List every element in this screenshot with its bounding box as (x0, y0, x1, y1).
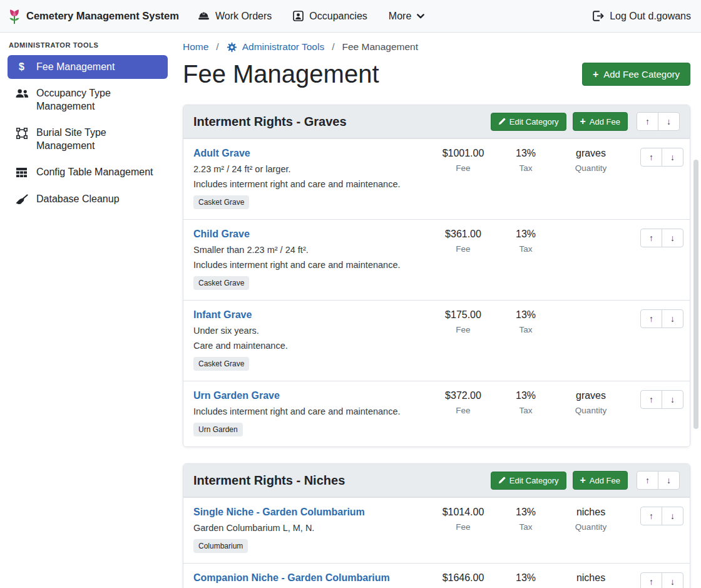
add-fee-category-button[interactable]: + Add Fee Category (582, 63, 690, 86)
breadcrumb-home[interactable]: Home (183, 41, 208, 53)
pencil-icon (498, 118, 506, 125)
move-fee-down-button[interactable]: ↓ (662, 572, 683, 588)
up-arrow-icon: ↑ (645, 475, 650, 485)
fee-name-link[interactable]: Child Grave (193, 229, 250, 240)
fee-row: Urn Garden Grave Includes interment righ… (183, 381, 690, 446)
fee-description: Care and maintenance. (193, 341, 427, 351)
sidebar-item-burial-site-type[interactable]: Burial Site Type Management (8, 121, 168, 158)
fee-description: Smaller than 2.23 m² / 24 ft². (193, 245, 427, 255)
sidebar-item-occupancy-type[interactable]: Occupancy Type Management (8, 81, 168, 118)
fee-description: Includes interment right and care and ma… (193, 260, 427, 270)
fee-tax: 13% Tax (499, 572, 552, 588)
fee-amount: $1001.00 Fee (431, 148, 496, 173)
fee-name-link[interactable]: Urn Garden Grave (193, 390, 280, 401)
move-fee-up-button[interactable]: ↑ (640, 507, 662, 525)
app-title: Cemetery Management System (26, 10, 179, 22)
fee-quantity: graves Quantity (556, 148, 626, 173)
fee-label: Fee (431, 244, 496, 254)
nav-label: More (389, 11, 411, 22)
move-fee-up-button[interactable]: ↑ (640, 390, 662, 409)
breadcrumb-separator: / (332, 41, 334, 53)
move-category-up-button[interactable]: ↑ (637, 471, 658, 490)
move-fee-down-button[interactable]: ↓ (662, 507, 683, 525)
nav-work-orders[interactable]: Work Orders (198, 11, 272, 22)
fee-info: Adult Grave 2.23 m² / 24 ft² or larger. … (193, 148, 427, 209)
move-fee-up-button[interactable]: ↑ (640, 229, 662, 247)
fee-row: Infant Grave Under six years. Care and m… (183, 300, 690, 381)
category-header: Interment Rights - Niches Edit Category … (183, 464, 690, 497)
dollar-icon: $ (15, 62, 28, 72)
users-icon (15, 88, 28, 98)
move-category-down-button[interactable]: ↓ (658, 471, 680, 490)
page-scrollbar[interactable] (693, 160, 698, 429)
edit-category-button[interactable]: Edit Category (491, 113, 566, 131)
move-fee-up-button[interactable]: ↑ (640, 309, 662, 328)
fee-name-link[interactable]: Infant Grave (193, 309, 252, 321)
move-fee-up-button[interactable]: ↑ (640, 572, 662, 588)
fee-value: $372.00 (431, 390, 496, 401)
fee-value: $1014.00 (431, 507, 496, 518)
nav-more[interactable]: More (389, 11, 424, 22)
fee-description: Under six years. (193, 326, 427, 336)
fee-description: Includes interment right and care and ma… (193, 406, 427, 416)
nav-occupancies[interactable]: Occupancies (293, 11, 367, 22)
tax-value: 13% (499, 507, 552, 518)
down-arrow-icon: ↓ (670, 511, 675, 521)
move-category-up-button[interactable]: ↑ (637, 112, 658, 131)
fee-name-link[interactable]: Adult Grave (193, 148, 250, 159)
breadcrumb-current: Fee Management (342, 41, 419, 53)
breadcrumb-separator: / (216, 41, 218, 53)
fee-type-badge: Columbarium (193, 539, 248, 553)
quantity-value: graves (556, 390, 626, 401)
category-reorder: ↑ ↓ (637, 112, 680, 131)
sidebar-heading: ADMINISTRATOR TOOLS (9, 41, 166, 49)
move-fee-down-button[interactable]: ↓ (662, 229, 683, 247)
logout-link[interactable]: Log Out d.gowans (592, 11, 691, 22)
breadcrumb-admin-tools[interactable]: Administrator Tools (227, 41, 325, 53)
quantity-value: niches (556, 572, 626, 584)
fee-label: Fee (431, 163, 496, 173)
main-nav: Work Orders Occupancies More (198, 11, 424, 22)
fee-name-link[interactable]: Single Niche - Garden Columbarium (193, 507, 365, 518)
up-arrow-icon: ↑ (645, 116, 650, 126)
up-arrow-icon: ↑ (649, 314, 653, 324)
tax-value: 13% (499, 572, 552, 584)
quantity-label: Quantity (556, 522, 626, 532)
fee-reorder: ↑ ↓ (640, 572, 683, 588)
hard-hat-icon (198, 11, 210, 21)
move-category-down-button[interactable]: ↓ (658, 112, 680, 131)
fee-info: Companion Niche - Garden Columbarium Gar… (193, 572, 427, 588)
down-arrow-icon: ↓ (667, 116, 671, 126)
plus-icon: + (593, 70, 598, 80)
fee-label: Fee (431, 325, 496, 334)
sidebar-item-config-table[interactable]: Config Table Management (8, 160, 168, 184)
tax-value: 13% (499, 390, 552, 401)
move-fee-down-button[interactable]: ↓ (662, 309, 683, 328)
button-label: Edit Category (509, 117, 559, 126)
fee-name-link[interactable]: Companion Niche - Garden Columbarium (193, 572, 390, 584)
main-content: Home / Administrator Tools / Fee Managem… (175, 33, 701, 588)
fee-info: Urn Garden Grave Includes interment righ… (193, 390, 427, 436)
fee-tax: 13% Tax (499, 507, 552, 532)
fee-value: $361.00 (431, 229, 496, 240)
sidebar-item-database-cleanup[interactable]: Database Cleanup (8, 187, 168, 211)
app-brand[interactable]: Cemetery Management System (8, 8, 179, 24)
fee-description: 2.23 m² / 24 ft² or larger. (193, 164, 427, 174)
sidebar-item-label: Occupancy Type Management (36, 87, 160, 113)
move-fee-up-button[interactable]: ↑ (640, 148, 662, 167)
move-fee-down-button[interactable]: ↓ (662, 148, 683, 167)
down-arrow-icon: ↓ (667, 475, 671, 485)
add-fee-button[interactable]: + Add Fee (573, 471, 628, 490)
button-label: Add Fee (590, 476, 620, 485)
edit-category-button[interactable]: Edit Category (491, 472, 566, 490)
fee-info: Child Grave Smaller than 2.23 m² / 24 ft… (193, 229, 427, 290)
fee-amount: $361.00 Fee (431, 229, 496, 254)
breadcrumb-label: Administrator Tools (242, 41, 325, 53)
sidebar-item-fee-management[interactable]: $ Fee Management (8, 55, 168, 79)
tax-label: Tax (499, 325, 552, 334)
page-title: Fee Management (183, 60, 582, 88)
down-arrow-icon: ↓ (670, 577, 675, 587)
add-fee-button[interactable]: + Add Fee (573, 112, 628, 131)
move-fee-down-button[interactable]: ↓ (662, 390, 683, 409)
quantity-label: Quantity (556, 163, 626, 173)
